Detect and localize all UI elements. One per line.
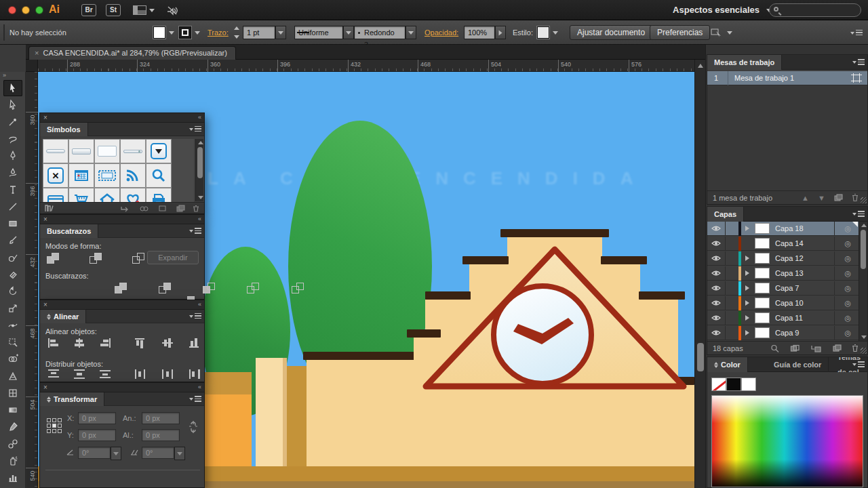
- expand-layer-icon[interactable]: [745, 285, 749, 291]
- artboard-symbol-icon[interactable]: [851, 73, 862, 83]
- y-field[interactable]: 0 px: [78, 429, 116, 441]
- isolate-dropdown-icon[interactable]: [727, 31, 732, 35]
- collapse-panel-icon[interactable]: «: [198, 114, 201, 121]
- layer-thumbnail[interactable]: [755, 238, 770, 249]
- layer-row[interactable]: Capa 7 ◎: [707, 281, 867, 296]
- width-field[interactable]: 0 px: [142, 412, 180, 424]
- opacity-dropdown[interactable]: [495, 26, 506, 39]
- collapse-panel-icon[interactable]: «: [198, 301, 201, 308]
- white-swatch[interactable]: [741, 378, 756, 391]
- visibility-eye-icon[interactable]: [711, 224, 721, 232]
- scrollbar-thumb[interactable]: [697, 343, 704, 371]
- delete-artboard-icon[interactable]: [851, 193, 859, 202]
- align-center-v-button[interactable]: [161, 337, 174, 350]
- distribute-right-button[interactable]: [188, 368, 201, 382]
- tool-width[interactable]: [3, 317, 22, 333]
- new-layer-icon[interactable]: [832, 344, 842, 352]
- symbol-item-bar1[interactable]: [43, 139, 68, 163]
- opacity-field[interactable]: 100%: [464, 26, 495, 39]
- align-top-button[interactable]: [134, 337, 147, 350]
- layer-target-icon[interactable]: ◎: [844, 254, 851, 263]
- close-panel-icon[interactable]: ×: [43, 384, 47, 391]
- panel-cycle-icon[interactable]: [714, 362, 718, 368]
- x-field[interactable]: 0 px: [78, 412, 116, 424]
- expand-layer-icon[interactable]: [745, 300, 749, 306]
- arrange-documents-dropdown-icon[interactable]: [149, 9, 155, 12]
- isolate-icon[interactable]: [711, 27, 723, 38]
- visibility-eye-icon[interactable]: [711, 329, 721, 337]
- layer-row[interactable]: Capa 11 ◎: [707, 311, 867, 325]
- visibility-eye-icon[interactable]: [711, 239, 721, 247]
- tool-blend[interactable]: [3, 436, 22, 452]
- layer-thumbnail[interactable]: [755, 223, 770, 234]
- tool-type[interactable]: [3, 182, 22, 198]
- tool-selection[interactable]: [3, 80, 22, 96]
- layer-name[interactable]: Capa 9: [775, 329, 799, 337]
- opacity-label[interactable]: Opacidad:: [425, 28, 458, 37]
- tool-column-graph[interactable]: [3, 470, 22, 486]
- stroke-weight-label[interactable]: Trazo:: [208, 28, 229, 37]
- delete-layer-icon[interactable]: [851, 344, 859, 352]
- horizontal-ruler[interactable]: 288 324 360 396 432 468 504 540 576: [38, 60, 694, 72]
- panel-resize-grip[interactable]: [861, 197, 867, 203]
- expand-layer-icon[interactable]: [745, 315, 749, 321]
- style-dropdown-icon[interactable]: [553, 31, 558, 35]
- layers-scrollbar[interactable]: [859, 222, 867, 341]
- arrange-documents-icon[interactable]: [133, 5, 146, 15]
- move-artboard-down-icon[interactable]: ▼: [818, 194, 825, 202]
- expand-layer-icon[interactable]: [745, 330, 749, 336]
- pathfinder-trim-button[interactable]: [159, 283, 174, 295]
- tab-color[interactable]: Color: [707, 357, 748, 372]
- panel-menu-icon[interactable]: [189, 396, 201, 403]
- align-left-button[interactable]: [47, 337, 60, 350]
- panel-menu-icon[interactable]: [852, 211, 865, 218]
- layer-target-icon[interactable]: ◎: [844, 284, 851, 293]
- layer-thumbnail[interactable]: [755, 298, 770, 308]
- visibility-eye-icon[interactable]: [711, 299, 721, 307]
- tool-mesh[interactable]: [3, 385, 22, 401]
- place-symbol-icon[interactable]: [120, 205, 130, 212]
- tab-alinear[interactable]: Alinear: [40, 310, 86, 323]
- layer-row[interactable]: Capa 10 ◎: [707, 296, 867, 310]
- layer-target-icon[interactable]: ◎: [844, 224, 851, 233]
- symbol-item-dropdown-button[interactable]: [146, 139, 172, 163]
- distribute-bottom-button[interactable]: [98, 368, 112, 382]
- layer-name[interactable]: Capa 7: [775, 284, 799, 292]
- pathfinder-outline-button[interactable]: [292, 283, 307, 295]
- close-panel-icon[interactable]: ×: [43, 301, 47, 308]
- panel-menu-icon[interactable]: [852, 361, 865, 368]
- scrollbar-thumb[interactable]: [197, 147, 203, 178]
- search-input[interactable]: [769, 3, 861, 17]
- align-right-button[interactable]: [98, 337, 112, 350]
- tool-magic-wand[interactable]: [3, 114, 22, 130]
- symbol-libraries-icon[interactable]: [44, 204, 55, 213]
- black-swatch[interactable]: [726, 378, 741, 391]
- stroke-weight-field[interactable]: 1 pt: [243, 26, 275, 39]
- close-panel-icon[interactable]: ×: [43, 216, 47, 223]
- reference-point-locator[interactable]: [47, 418, 62, 433]
- tool-curvature[interactable]: [3, 165, 22, 181]
- panel-menu-icon[interactable]: [189, 228, 201, 235]
- tool-pen[interactable]: [3, 148, 22, 164]
- symbol-item-bar2[interactable]: [68, 139, 94, 163]
- panel-cycle-icon[interactable]: [47, 396, 51, 403]
- brush-dropdown[interactable]: [406, 26, 416, 39]
- scroll-down-icon[interactable]: [198, 196, 203, 199]
- pathfinder-crop-button[interactable]: [247, 283, 262, 295]
- move-artboard-up-icon[interactable]: ▲: [802, 194, 809, 202]
- constrain-proportions-icon[interactable]: [188, 418, 199, 436]
- tool-free-transform[interactable]: [3, 334, 22, 350]
- layer-target-icon[interactable]: ◎: [844, 314, 851, 323]
- close-panel-icon[interactable]: ×: [43, 114, 47, 121]
- symbol-item-calendar[interactable]: [68, 163, 94, 188]
- tool-gradient[interactable]: [3, 402, 22, 418]
- shape-mode-unite-button[interactable]: [47, 253, 62, 265]
- layer-thumbnail[interactable]: [755, 312, 770, 323]
- stock-button[interactable]: St: [106, 4, 121, 16]
- symbol-item-rss[interactable]: [120, 163, 146, 188]
- document-tab[interactable]: ×CASA ENCENDIDA.ai* al 284,79% (RGB/Prev…: [28, 46, 236, 60]
- distribute-left-button[interactable]: [134, 368, 147, 382]
- tool-line-segment[interactable]: [3, 199, 22, 215]
- canvas-vertical-scrollbar[interactable]: [694, 60, 705, 488]
- style-swatch[interactable]: [537, 26, 549, 39]
